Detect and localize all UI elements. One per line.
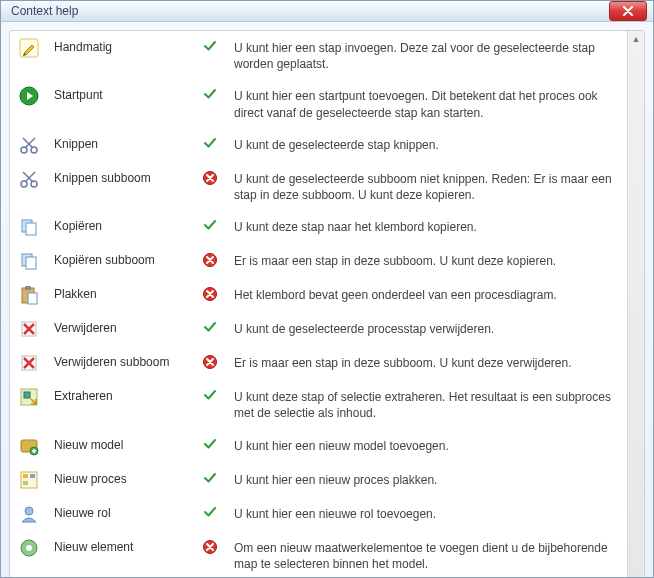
svg-rect-20: [24, 392, 30, 398]
scissors-icon: [10, 128, 48, 162]
status-ok-icon: [192, 79, 228, 127]
help-row: Kopiëren subboomEr is maar een stap in d…: [10, 244, 627, 278]
row-label: Extraheren: [48, 380, 192, 428]
help-row: Verwijderen subboomEr is maar een stap i…: [10, 346, 627, 380]
status-ok-icon: [192, 128, 228, 162]
help-row: PlakkenHet klembord bevat geen onderdeel…: [10, 278, 627, 312]
status-ok-icon: [192, 463, 228, 497]
row-label: Kopiëren subboom: [48, 244, 192, 278]
extract-icon: [10, 380, 48, 428]
help-row: StartpuntU kunt hier een startpunt toevo…: [10, 79, 627, 127]
row-label: Kopiëren: [48, 210, 192, 244]
element-icon: [10, 531, 48, 579]
row-label: Knippen subboom: [48, 162, 192, 210]
scissors-icon: [10, 162, 48, 210]
newprocess-icon: [10, 463, 48, 497]
row-label: Nieuwe rol: [48, 497, 192, 531]
row-label: Nieuw proces: [48, 463, 192, 497]
row-description: Het klembord bevat geen onderdeel van ee…: [228, 278, 627, 312]
row-description: U kunt de geselecteerde subboom niet kni…: [228, 162, 627, 210]
status-error-icon: [192, 278, 228, 312]
window-close-button[interactable]: [609, 1, 647, 21]
client-area: HandmatigU kunt hier een stap invoegen. …: [1, 22, 653, 578]
svg-rect-25: [30, 474, 35, 478]
svg-rect-14: [28, 293, 37, 304]
row-label: Knippen: [48, 128, 192, 162]
status-ok-icon: [192, 429, 228, 463]
help-panel: HandmatigU kunt hier een stap invoegen. …: [9, 30, 645, 578]
row-label: Verwijderen subboom: [48, 346, 192, 380]
pencil-icon: [10, 31, 48, 79]
vertical-scrollbar[interactable]: ▲ ▼: [627, 31, 644, 578]
status-error-icon: [192, 244, 228, 278]
svg-rect-8: [26, 223, 36, 235]
titlebar: Context help: [1, 1, 653, 22]
svg-rect-10: [26, 257, 36, 269]
row-label: Nieuw model: [48, 429, 192, 463]
row-label: Handmatig: [48, 31, 192, 79]
close-icon: [623, 6, 633, 16]
window-title: Context help: [11, 4, 609, 18]
status-ok-icon: [192, 312, 228, 346]
paste-icon: [10, 278, 48, 312]
help-row: ExtraherenU kunt deze stap of selectie e…: [10, 380, 627, 428]
status-error-icon: [192, 162, 228, 210]
row-description: U kunt de geselecteerde processtap verwi…: [228, 312, 627, 346]
status-ok-icon: [192, 380, 228, 428]
svg-rect-24: [23, 474, 28, 478]
help-row: Nieuw procesU kunt hier een nieuw proces…: [10, 463, 627, 497]
copy-icon: [10, 210, 48, 244]
row-description: U kunt hier een nieuwe rol toevoegen.: [228, 497, 627, 531]
row-description: U kunt deze stap naar het klembord kopie…: [228, 210, 627, 244]
svg-point-27: [25, 507, 33, 515]
row-description: U kunt deze stap of selectie extraheren.…: [228, 380, 627, 428]
help-row: Nieuw modelU kunt hier een nieuw model t…: [10, 429, 627, 463]
row-label: Plakken: [48, 278, 192, 312]
status-error-icon: [192, 531, 228, 579]
help-row: KnippenU kunt de geselecteerde stap knip…: [10, 128, 627, 162]
help-row: Nieuw elementOm een nieuw maatwerkelemen…: [10, 531, 627, 579]
row-description: Er is maar een stap in deze subboom. U k…: [228, 346, 627, 380]
row-description: U kunt hier een nieuw model toevoegen.: [228, 429, 627, 463]
row-description: Er is maar een stap in deze subboom. U k…: [228, 244, 627, 278]
row-label: Nieuw element: [48, 531, 192, 579]
context-help-window: Context help HandmatigU kunt hier een st…: [0, 0, 654, 578]
help-row: VerwijderenU kunt de geselecteerde proce…: [10, 312, 627, 346]
role-icon: [10, 497, 48, 531]
help-row: HandmatigU kunt hier een stap invoegen. …: [10, 31, 627, 79]
newmodel-icon: [10, 429, 48, 463]
status-ok-icon: [192, 497, 228, 531]
help-table: HandmatigU kunt hier een stap invoegen. …: [10, 31, 627, 578]
status-ok-icon: [192, 210, 228, 244]
status-error-icon: [192, 346, 228, 380]
svg-rect-26: [23, 481, 28, 485]
play-icon: [10, 79, 48, 127]
help-row: KopiërenU kunt deze stap naar het klembo…: [10, 210, 627, 244]
row-description: Om een nieuw maatwerkelementoe te voegen…: [228, 531, 627, 579]
svg-rect-13: [25, 286, 31, 290]
scroll-up-arrow[interactable]: ▲: [628, 31, 644, 47]
delete-icon: [10, 346, 48, 380]
row-description: U kunt de geselecteerde stap knippen.: [228, 128, 627, 162]
row-description: U kunt hier een stap invoegen. Deze zal …: [228, 31, 627, 79]
copy-icon: [10, 244, 48, 278]
row-description: U kunt hier een nieuw proces plakken.: [228, 463, 627, 497]
help-row: Nieuwe rolU kunt hier een nieuwe rol toe…: [10, 497, 627, 531]
status-ok-icon: [192, 31, 228, 79]
help-row: Knippen subboomU kunt de geselecteerde s…: [10, 162, 627, 210]
row-label: Startpunt: [48, 79, 192, 127]
row-description: U kunt hier een startpunt toevoegen. Dit…: [228, 79, 627, 127]
help-scroll-area: HandmatigU kunt hier een stap invoegen. …: [10, 31, 627, 578]
svg-point-29: [26, 545, 32, 551]
delete-icon: [10, 312, 48, 346]
row-label: Verwijderen: [48, 312, 192, 346]
